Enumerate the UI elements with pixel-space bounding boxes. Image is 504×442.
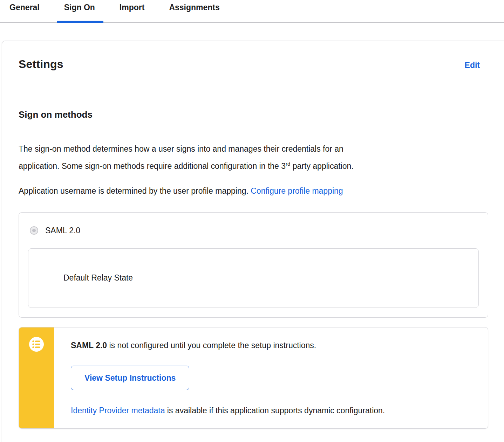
configure-profile-mapping-link[interactable]: Configure profile mapping <box>251 186 343 195</box>
saml-radio-row: SAML 2.0 <box>30 226 479 235</box>
metadata-note: Identity Provider metadata is available … <box>71 405 471 416</box>
sign-on-methods-heading: Sign on methods <box>19 109 488 120</box>
settings-header: Settings Edit <box>19 58 488 71</box>
saml-method-box: SAML 2.0 Default Relay State <box>19 212 488 318</box>
callout-body: SAML 2.0 is not configured until you com… <box>54 327 488 428</box>
edit-button[interactable]: Edit <box>465 61 480 70</box>
tab-sign-on[interactable]: Sign On <box>64 3 95 22</box>
list-icon <box>29 337 44 352</box>
radio-dot <box>32 229 36 232</box>
default-relay-state-label: Default Relay State <box>63 273 133 283</box>
saml-setup-callout: SAML 2.0 is not configured until you com… <box>19 327 488 429</box>
page-title: Settings <box>19 58 63 71</box>
saml-radio-label: SAML 2.0 <box>45 226 80 235</box>
ordinal-superscript: rd <box>286 161 290 167</box>
app-tabs: General Sign On Import Assignments <box>0 0 504 23</box>
callout-message: SAML 2.0 is not configured until you com… <box>71 340 471 351</box>
description-line-1: The sign-on method determines how a user… <box>19 140 488 158</box>
callout-message-bold: SAML 2.0 <box>71 341 107 350</box>
tab-assignments[interactable]: Assignments <box>169 3 219 22</box>
callout-caution-bar <box>19 327 54 428</box>
view-setup-instructions-button[interactable]: View Setup Instructions <box>71 366 189 390</box>
default-relay-state-field: Default Relay State <box>28 248 479 308</box>
identity-provider-metadata-link[interactable]: Identity Provider metadata <box>71 406 165 415</box>
description-line-2: application. Some sign-on methods requir… <box>19 158 488 175</box>
tab-general[interactable]: General <box>9 3 40 22</box>
sign-on-method-description: The sign-on method determines how a user… <box>19 140 488 175</box>
tab-import[interactable]: Import <box>120 3 145 22</box>
settings-card: Settings Edit Sign on methods The sign-o… <box>2 41 504 442</box>
saml-radio-button[interactable] <box>30 226 38 235</box>
username-mapping-note: Application username is determined by th… <box>19 182 488 200</box>
